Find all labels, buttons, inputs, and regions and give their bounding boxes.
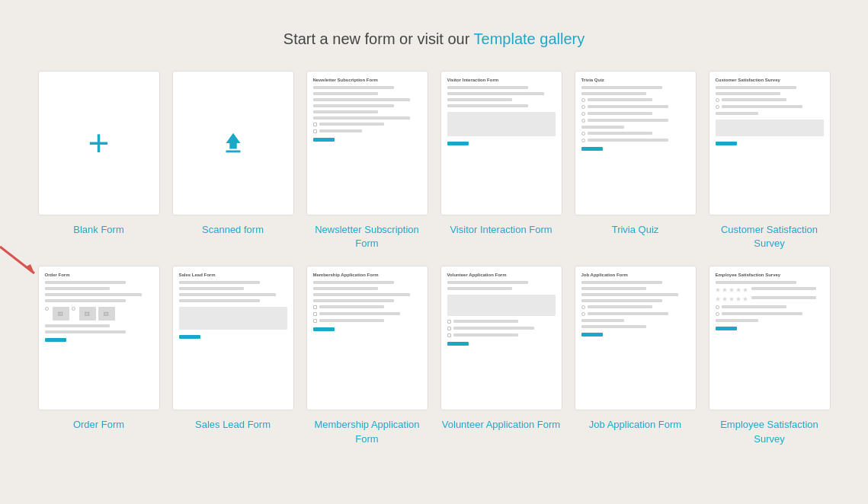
card-wrapper-job: Job Application Form Job Application For… [575, 266, 697, 445]
svg-marker-3 [25, 264, 34, 273]
preview-membership: Membership Application Form [307, 266, 428, 410]
card-wrapper-membership: Membership Application Form Membership A… [306, 266, 428, 445]
card-label-blank: Blank Form [73, 223, 123, 237]
card-order[interactable]: Order Form 🖼 🖼 🖼 [38, 266, 160, 410]
preview-newsletter: Newsletter Subscription Form [307, 72, 428, 215]
card-label-visitor: Visitor Interaction Form [450, 223, 552, 237]
card-newsletter[interactable]: Newsletter Subscription Form [306, 71, 428, 215]
card-label-trivia: Trivia Quiz [612, 223, 659, 237]
card-wrapper-order: Order Form 🖼 🖼 🖼 Order Form [38, 266, 160, 445]
card-wrapper-customer: Customer Satisfaction Survey Customer Sa… [709, 71, 831, 250]
card-label-job: Job Application Form [589, 418, 681, 432]
preview-job: Job Application Form [575, 266, 696, 410]
card-volunteer[interactable]: Volunteer Application Form [440, 266, 562, 410]
preview-order: Order Form 🖼 🖼 🖼 [39, 266, 159, 410]
card-label-membership: Membership Application Form [306, 418, 428, 445]
card-label-volunteer: Volunteer Application Form [442, 418, 560, 432]
svg-rect-0 [226, 151, 240, 153]
card-wrapper-volunteer: Volunteer Application Form Volunteer App… [440, 266, 562, 445]
card-wrapper-trivia: Trivia Quiz Trivia Quiz [575, 71, 697, 250]
preview-sales: Sales Lead Form [173, 266, 293, 410]
card-label-newsletter: Newsletter Subscription Form [306, 223, 428, 250]
card-label-employee: Employee Satisfaction Survey [709, 418, 831, 445]
preview-customer: Customer Satisfaction Survey [709, 72, 830, 215]
card-label-customer: Customer Satisfaction Survey [709, 223, 831, 250]
card-wrapper-blank: + Blank Form [38, 71, 160, 250]
templates-grid: + Blank Form Scanned form Newsletter Sub… [38, 71, 831, 446]
svg-marker-1 [226, 133, 240, 149]
card-wrapper-scanned: Scanned form [172, 71, 294, 250]
card-employee[interactable]: Employee Satisfaction Survey [709, 266, 831, 410]
preview-employee: Employee Satisfaction Survey [709, 266, 830, 410]
preview-trivia: Trivia Quiz [575, 72, 696, 215]
card-label-scanned: Scanned form [202, 223, 264, 237]
upload-icon [219, 129, 248, 158]
template-gallery-link[interactable]: Template gallery [474, 30, 585, 47]
card-wrapper-employee: Employee Satisfaction Survey [709, 266, 831, 445]
red-arrow-icon [0, 243, 42, 281]
card-wrapper-visitor: Visitor Interaction Form Visitor Interac… [440, 71, 562, 250]
preview-volunteer: Volunteer Application Form [441, 266, 562, 410]
card-customer[interactable]: Customer Satisfaction Survey [709, 71, 831, 215]
card-label-order: Order Form [73, 418, 124, 432]
card-trivia[interactable]: Trivia Quiz [575, 71, 697, 215]
card-sales[interactable]: Sales Lead Form [172, 266, 294, 410]
preview-visitor: Visitor Interaction Form [441, 72, 562, 215]
card-label-sales: Sales Lead Form [195, 418, 271, 432]
card-visitor[interactable]: Visitor Interaction Form [440, 71, 562, 215]
card-blank[interactable]: + [38, 71, 160, 215]
card-scanned[interactable] [172, 71, 294, 215]
plus-icon: + [88, 125, 109, 161]
card-membership[interactable]: Membership Application Form [306, 266, 428, 410]
card-wrapper-newsletter: Newsletter Subscription Form Newsletter … [306, 71, 428, 250]
card-job[interactable]: Job Application Form [575, 266, 697, 410]
card-wrapper-sales: Sales Lead Form Sales Lead Form [172, 266, 294, 445]
page-header: Start a new form or visit our Template g… [283, 30, 585, 48]
